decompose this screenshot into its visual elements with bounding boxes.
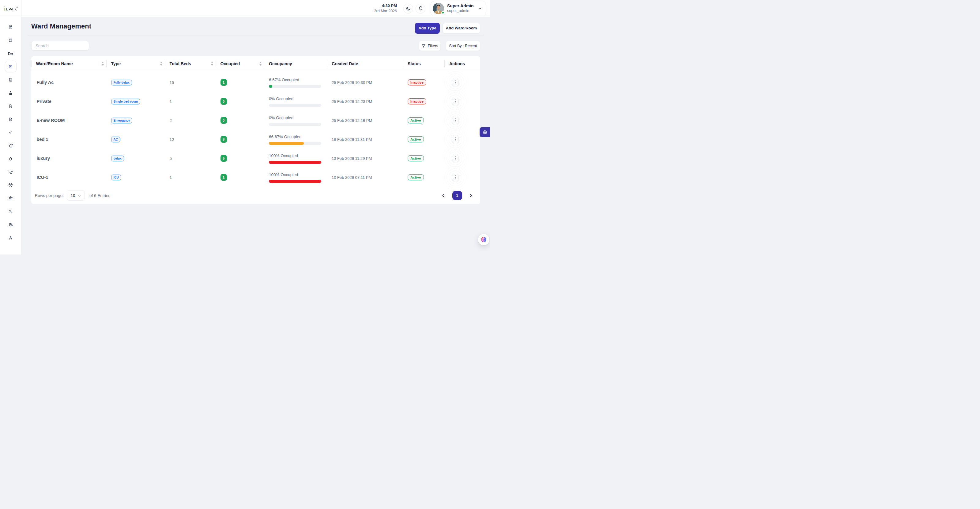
table-row: luxury delux 5 5 100% Occupied bbox=[31, 149, 480, 168]
occupancy-progressbar bbox=[269, 85, 321, 88]
status-badge: Active bbox=[407, 117, 424, 123]
row-actions-button[interactable] bbox=[452, 155, 459, 162]
search-input[interactable] bbox=[31, 41, 89, 51]
ai-assistant-button[interactable] bbox=[478, 234, 489, 245]
column-header[interactable]: Created Date bbox=[327, 56, 403, 71]
kebab-dot bbox=[455, 178, 456, 180]
row-actions-button[interactable] bbox=[452, 136, 459, 143]
sidebar-item-documents[interactable] bbox=[5, 74, 16, 86]
sidebar-item-laundry[interactable] bbox=[5, 140, 16, 151]
cell-status: Inactive bbox=[403, 80, 444, 86]
sort-icon[interactable] bbox=[211, 62, 213, 66]
theme-toggle-button[interactable] bbox=[403, 4, 413, 13]
cell-total-beds: 1 bbox=[165, 175, 216, 180]
type-badge: Fully delux bbox=[111, 80, 132, 86]
cell-status: Active bbox=[403, 136, 444, 142]
kebab-dot bbox=[455, 120, 456, 121]
user-menu[interactable]: Super Admin super_admin bbox=[431, 1, 486, 16]
sidebar-item-profile[interactable] bbox=[5, 232, 16, 243]
cell-actions bbox=[444, 111, 480, 130]
occupied-badge: 0 bbox=[221, 98, 227, 105]
occupancy-progressbar bbox=[269, 142, 321, 145]
sort-icon[interactable] bbox=[259, 62, 262, 66]
page-title: Ward Management bbox=[31, 22, 91, 30]
settings-panel-button[interactable] bbox=[480, 127, 490, 137]
notifications-button[interactable] bbox=[415, 4, 425, 13]
cell-actions bbox=[444, 73, 480, 92]
column-header[interactable]: Occupied bbox=[216, 56, 264, 71]
sidebar-item-icon bbox=[9, 236, 13, 240]
kebab-dot bbox=[455, 84, 456, 84]
column-header[interactable]: Occupancy bbox=[264, 56, 327, 71]
sidebar-item-dashboard[interactable] bbox=[5, 21, 16, 33]
column-header-label: Status bbox=[407, 61, 421, 66]
sidebar-item-approvals[interactable] bbox=[5, 126, 16, 138]
sidebar-item-user-settings[interactable] bbox=[5, 205, 16, 217]
occupancy-text: 100% Occupied bbox=[269, 172, 327, 178]
add-ward-room-button[interactable]: Add Ward/Room bbox=[442, 23, 480, 33]
sidebar-item-appointments[interactable] bbox=[5, 34, 16, 46]
sidebar-item-icon bbox=[8, 183, 13, 188]
kebab-dot bbox=[455, 100, 456, 100]
sidebar-item-ward-management[interactable] bbox=[5, 60, 16, 72]
row-actions-button[interactable] bbox=[452, 174, 459, 181]
cell-created-date: 25 Feb 2026 10:30 PM bbox=[327, 80, 403, 85]
column-header[interactable]: Total Beds bbox=[165, 56, 216, 71]
row-actions-button[interactable] bbox=[452, 117, 459, 124]
cell-ward-name: Fully Ac bbox=[31, 80, 106, 85]
column-header[interactable]: Actions bbox=[444, 56, 480, 71]
filters-button[interactable]: Filters bbox=[419, 41, 441, 51]
sidebar-item-icon bbox=[9, 65, 13, 68]
sidebar-item-blood-bank[interactable] bbox=[5, 153, 16, 164]
cell-type: delux bbox=[106, 156, 165, 161]
occupancy-text: 66.67% Occupied bbox=[269, 134, 327, 140]
type-badge: ICU bbox=[111, 175, 121, 180]
sidebar-item-schedules[interactable] bbox=[5, 219, 16, 230]
occupied-badge: 1 bbox=[221, 79, 227, 86]
sidebar-item-reports[interactable] bbox=[5, 113, 16, 125]
sort-icon[interactable] bbox=[160, 62, 162, 66]
row-actions-button[interactable] bbox=[452, 98, 459, 105]
status-badge: Inactive bbox=[407, 80, 426, 86]
kebab-dot bbox=[455, 137, 456, 138]
sort-button[interactable]: Sort By : Recent bbox=[446, 41, 480, 51]
filters-label: Filters bbox=[428, 44, 438, 48]
occupied-badge: 1 bbox=[221, 174, 227, 181]
sidebar-item-prescriptions[interactable] bbox=[5, 100, 16, 112]
cell-total-beds: 12 bbox=[165, 137, 216, 142]
status-badge: Inactive bbox=[407, 98, 426, 105]
rows-per-page-select[interactable]: 10 bbox=[67, 190, 85, 200]
cell-type: Single-bed-room bbox=[106, 99, 165, 105]
sidebar-item-beds[interactable] bbox=[5, 48, 16, 59]
type-badge: AC bbox=[111, 137, 120, 142]
type-badge: Single-bed-room bbox=[111, 99, 140, 105]
cell-occupied: 8 bbox=[216, 136, 264, 143]
column-header-label: Type bbox=[111, 61, 121, 66]
cell-status: Inactive bbox=[403, 98, 444, 105]
sort-icon[interactable] bbox=[101, 62, 104, 66]
previous-page-button[interactable] bbox=[441, 193, 446, 198]
add-type-button[interactable]: Add Type bbox=[415, 23, 440, 34]
sidebar-item-billing[interactable] bbox=[5, 192, 16, 204]
kebab-dot bbox=[455, 81, 456, 81]
sidebar-item-doctors[interactable] bbox=[5, 166, 16, 178]
column-header[interactable]: Ward/Room Name bbox=[31, 56, 106, 71]
gear-icon bbox=[483, 130, 487, 134]
occupancy-text: 0% Occupied bbox=[269, 115, 327, 121]
cell-occupied: 1 bbox=[216, 79, 264, 86]
status-badge: Active bbox=[407, 174, 424, 180]
sidebar-item-icon bbox=[9, 210, 13, 213]
column-header[interactable]: Type bbox=[106, 56, 165, 71]
ward-table-card: Ward/Room Name Type Total Beds O bbox=[31, 56, 480, 204]
sidebar-item-laboratory[interactable] bbox=[5, 87, 16, 99]
table-row: bed 1 AC 12 8 66.67% Occupied bbox=[31, 130, 480, 149]
occupancy-text: 100% Occupied bbox=[269, 153, 327, 159]
page-1-button[interactable]: 1 bbox=[452, 191, 462, 200]
occupancy-progress-fill bbox=[269, 180, 321, 183]
row-actions-button[interactable] bbox=[452, 79, 459, 86]
sidebar-item-staff[interactable] bbox=[5, 179, 16, 191]
column-header[interactable]: Status bbox=[403, 56, 444, 71]
kebab-dot bbox=[455, 156, 456, 157]
next-page-button[interactable] bbox=[469, 193, 474, 198]
cell-type: Fully delux bbox=[106, 80, 165, 86]
